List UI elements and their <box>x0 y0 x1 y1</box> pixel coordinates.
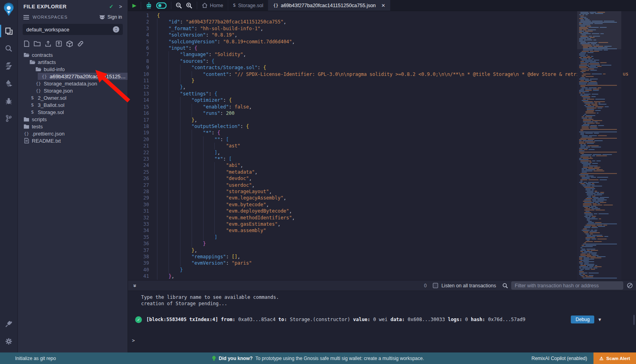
code-line[interactable]: 34"evm.assembly" <box>128 227 636 234</box>
tree-item-storage-metadata-json[interactable]: {}Storage_metadata.json <box>18 80 128 87</box>
minimap[interactable] <box>577 11 621 280</box>
tip-text: To prototype using the Gnosis safe multi… <box>256 356 424 361</box>
expand-transaction-icon[interactable]: ▼ <box>598 317 601 322</box>
code-line[interactable]: 31"evm.deployedBytecode", <box>128 208 636 214</box>
line-number: 31 <box>128 208 149 214</box>
code-line[interactable]: 26"devdoc", <box>128 175 636 182</box>
code-line[interactable]: 16"runs": 200 <box>128 110 636 116</box>
code-line[interactable]: 35] <box>128 234 636 240</box>
code-line[interactable]: 7"language": "Solidity", <box>128 51 636 58</box>
listen-checkbox[interactable] <box>433 283 438 288</box>
code-line[interactable]: 20"": [ <box>128 136 636 143</box>
run-script-button[interactable]: ▶ <box>132 2 136 8</box>
new-folder-icon[interactable] <box>34 41 41 47</box>
code-line[interactable]: 11} <box>128 77 636 84</box>
zoom-out-icon[interactable] <box>176 2 182 9</box>
code-line[interactable]: 8"sources": { <box>128 58 636 64</box>
solidity-compiler-icon[interactable] <box>0 57 17 75</box>
code-line[interactable]: 21"ast" <box>128 143 636 149</box>
tree-item-storage-sol[interactable]: SStorage.sol <box>18 108 128 116</box>
code-line[interactable]: 24"abi", <box>128 162 636 168</box>
tree-item-label: .prettierrc.json <box>32 131 128 137</box>
code-line[interactable]: 3"_format": "hh-sol-build-info-1", <box>128 25 636 32</box>
ai-copilot-robot-icon[interactable] <box>145 2 152 9</box>
tree-item-build-info[interactable]: build-info <box>18 66 128 73</box>
tab-home[interactable]: Home <box>197 0 228 11</box>
copilot-toggle[interactable] <box>156 2 167 9</box>
upload-folder-icon[interactable] <box>56 41 62 47</box>
git-init-link[interactable]: Initialize as git repo <box>15 356 56 361</box>
code-line[interactable]: 9"contracts/Storage.sol": { <box>128 64 636 71</box>
tree-item-readme-txt[interactable]: README.txt <box>18 137 128 144</box>
code-line[interactable]: 36} <box>128 240 636 247</box>
git-icon[interactable] <box>0 110 17 127</box>
hamburger-menu-icon[interactable] <box>23 15 29 19</box>
code-line[interactable]: 12}, <box>128 84 636 90</box>
tree-item-artifacts[interactable]: artifacts <box>18 58 128 66</box>
transaction-row[interactable]: ✓ [block:5583405 txIndex:4] from: 0xa03.… <box>128 314 636 325</box>
code-line[interactable]: 30"evm.bytecode", <box>128 201 636 208</box>
code-line[interactable]: 19"*": { <box>128 130 636 136</box>
sign-in-button[interactable]: Sign in <box>99 14 122 20</box>
code-line[interactable]: 4"solcVersion": "0.8.19", <box>128 32 636 38</box>
debugger-icon[interactable] <box>0 92 17 110</box>
code-line[interactable]: 5"solcLongVersion": "0.8.19+commit.7dd6d… <box>128 39 636 45</box>
code-line[interactable]: 33"evm.gasEstimates", <box>128 221 636 227</box>
workspace-box-icon[interactable] <box>66 41 73 47</box>
remix-logo-icon[interactable] <box>2 2 16 17</box>
code-line[interactable]: 14"optimizer": { <box>128 97 636 103</box>
search-icon[interactable] <box>0 40 17 57</box>
code-line[interactable]: 38"remappings": [], <box>128 254 636 260</box>
copilot-status[interactable]: RemixAI Copilot (enabled) <box>531 356 587 361</box>
code-line[interactable]: 39"evmVersion": "paris" <box>128 260 636 266</box>
tree-item-contracts[interactable]: contracts <box>18 51 128 58</box>
upload-file-icon[interactable] <box>45 41 51 47</box>
terminal-prompt[interactable]: > <box>132 338 135 343</box>
settings-icon[interactable] <box>0 333 17 350</box>
code-line[interactable]: 23"*": [ <box>128 156 636 162</box>
tree-item-a69b43f277ba20fcac141151250ca755-json[interactable]: {}a69b43f277ba20fcac141151250ca755.json <box>38 73 128 80</box>
zoom-in-icon[interactable] <box>186 2 192 9</box>
code-line[interactable]: 13"settings": { <box>128 91 636 97</box>
clone-link-icon[interactable] <box>77 41 84 47</box>
code-line[interactable]: 17}, <box>128 117 636 123</box>
code-line[interactable]: 10"content": "// SPDX-License-Identifier… <box>128 71 636 77</box>
debug-button[interactable]: Debug <box>571 316 594 323</box>
tab-a69b43f277ba20fcac141151250ca755-json[interactable]: {}a69b43f277ba20fcac141151250ca755.json✕ <box>268 0 390 11</box>
code-line[interactable]: 1{ <box>128 12 636 19</box>
terminal-scrollbar[interactable] <box>633 315 635 325</box>
deploy-run-icon[interactable] <box>0 75 17 92</box>
clear-console-icon[interactable] <box>627 283 633 288</box>
tree-item-2-owner-sol[interactable]: S2_Owner.sol <box>18 94 128 101</box>
tree-item--prettierrc-json[interactable]: {}.prettierrc.json <box>18 130 128 137</box>
terminal[interactable]: Type the library name to see available c… <box>128 291 636 352</box>
tab-storage-sol[interactable]: SStorage.sol <box>228 0 268 11</box>
plugin-manager-icon[interactable] <box>0 315 17 333</box>
code-line[interactable]: 6"input": { <box>128 45 636 51</box>
close-tab-icon[interactable]: ✕ <box>381 3 385 8</box>
terminal-collapse-icon[interactable]: » <box>132 283 138 289</box>
tree-item-tests[interactable]: tests <box>18 123 128 130</box>
transaction-filter-input[interactable] <box>511 281 623 290</box>
code-line[interactable]: 37}, <box>128 247 636 254</box>
code-line[interactable]: 15"enabled": false, <box>128 104 636 110</box>
code-line[interactable]: 18"outputSelection": { <box>128 123 636 130</box>
file-explorer-icon[interactable] <box>0 22 17 40</box>
tree-item-scripts[interactable]: scripts <box>18 116 128 123</box>
code-line[interactable]: 25"metadata", <box>128 169 636 175</box>
scam-alert-badge[interactable]: ⚠ Scam Alert <box>593 352 636 364</box>
workspace-select[interactable]: default_workspace ▲▼ <box>23 24 123 35</box>
tree-item-3-ballot-sol[interactable]: S3_Ballot.sol <box>18 101 128 108</box>
code-line[interactable]: 40} <box>128 267 636 273</box>
code-line[interactable]: 32"evm.methodIdentifiers", <box>128 215 636 221</box>
code-line[interactable]: 22], <box>128 149 636 156</box>
tree-item-storage-json[interactable]: {}Storage.json <box>18 87 128 94</box>
code-line[interactable]: 2"id": "a69b43f277ba20fcac141151250ca755… <box>128 19 636 25</box>
chevron-right-icon[interactable]: > <box>119 4 122 10</box>
code-line[interactable]: 29"evm.legacyAssembly", <box>128 195 636 201</box>
code-line[interactable]: 27"userdoc", <box>128 182 636 188</box>
new-file-icon[interactable] <box>24 41 29 47</box>
code-line[interactable]: 28"storageLayout", <box>128 188 636 195</box>
code-line[interactable]: 41}, <box>128 273 636 279</box>
code-editor[interactable]: 1{2"id": "a69b43f277ba20fcac141151250ca7… <box>128 11 636 280</box>
